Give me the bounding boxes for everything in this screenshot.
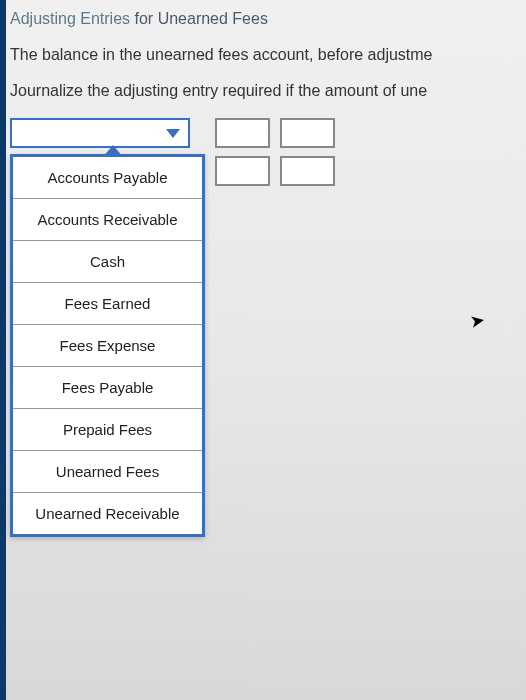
amount-inputs [215,118,335,186]
dropdown-option-unearned-fees[interactable]: Unearned Fees [13,451,202,493]
account-dropdown[interactable] [10,118,190,148]
dropdown-option-unearned-receivable[interactable]: Unearned Receivable [13,493,202,534]
debit-input-1[interactable] [215,118,270,148]
dropdown-option-cash[interactable]: Cash [13,241,202,283]
credit-input-1[interactable] [280,118,335,148]
title-prefix: Adjusting Entries [10,10,130,27]
account-dropdown-list: Accounts Payable Accounts Receivable Cas… [10,154,205,537]
dropdown-option-fees-earned[interactable]: Fees Earned [13,283,202,325]
intro-text-1: The balance in the unearned fees account… [10,46,526,64]
entry-row: Accounts Payable Accounts Receivable Cas… [10,118,526,186]
chevron-down-icon [166,129,180,138]
dropdown-option-prepaid-fees[interactable]: Prepaid Fees [13,409,202,451]
left-border-strip [0,0,6,700]
dropdown-pointer-icon [103,145,123,157]
dropdown-option-fees-payable[interactable]: Fees Payable [13,367,202,409]
title-suffix: for Unearned Fees [130,10,268,27]
credit-input-2[interactable] [280,156,335,186]
dropdown-option-fees-expense[interactable]: Fees Expense [13,325,202,367]
account-dropdown-wrap: Accounts Payable Accounts Receivable Cas… [10,118,205,148]
page-title: Adjusting Entries for Unearned Fees [10,10,526,28]
dropdown-option-accounts-receivable[interactable]: Accounts Receivable [13,199,202,241]
dropdown-option-accounts-payable[interactable]: Accounts Payable [13,157,202,199]
debit-input-2[interactable] [215,156,270,186]
cursor-icon: ➤ [468,309,487,333]
intro-text-2: Journalize the adjusting entry required … [10,82,526,100]
